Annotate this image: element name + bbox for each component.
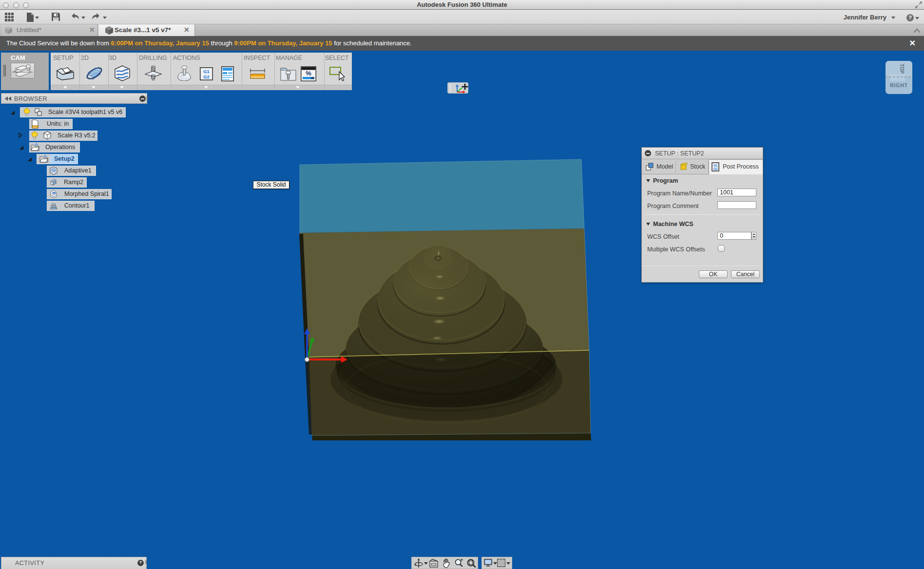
svg-text:G1: G1	[203, 69, 210, 74]
svg-text:RIGHT: RIGHT	[890, 82, 908, 88]
svg-text:%: %	[306, 70, 311, 77]
svg-text:G2: G2	[713, 167, 718, 171]
svg-text:G1: G1	[713, 164, 718, 167]
svg-text:TOP: TOP	[899, 64, 905, 74]
svg-text:G2: G2	[203, 74, 210, 79]
